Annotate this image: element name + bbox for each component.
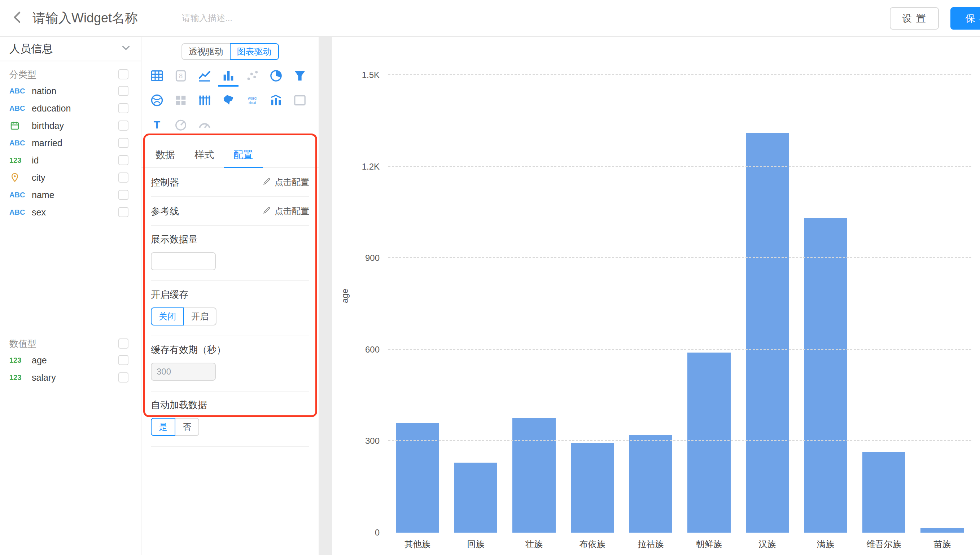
field-sex[interactable]: ABCsex [0, 204, 141, 221]
y-tick-label: 300 [365, 436, 380, 446]
field-type-badge: ABC [10, 87, 32, 95]
chevron-down-icon [120, 42, 131, 56]
chart-bar-其他族 [396, 423, 439, 533]
gridline [388, 166, 971, 167]
dataset-name: 人员信息 [10, 42, 53, 56]
gridline [388, 349, 971, 350]
radio-否[interactable]: 否 [175, 418, 199, 436]
field-type-badge: 123 [10, 356, 32, 364]
field-id[interactable]: 123id [0, 152, 141, 169]
word-cloud-icon[interactable]: wordcloud [242, 91, 262, 111]
field-age[interactable]: 123age [0, 351, 141, 369]
radio-关闭[interactable]: 关闭 [151, 308, 184, 326]
radio-是[interactable]: 是 [151, 418, 175, 436]
x-axis-label: 布依族 [563, 538, 622, 550]
gridline [388, 440, 971, 441]
x-axis-label: 其他族 [388, 538, 447, 550]
mode-图表驱动[interactable]: 图表驱动 [230, 43, 279, 60]
line-chart-icon[interactable] [194, 66, 215, 87]
tab-样式[interactable]: 样式 [185, 143, 224, 168]
radio-开启[interactable]: 开启 [183, 308, 216, 326]
dataset-selector[interactable]: 人员信息 [0, 37, 141, 61]
field-type-badge: ABC [10, 104, 32, 112]
field-type-badge: ABC [10, 139, 32, 147]
reference-line-configure-link[interactable]: 点击配置 [262, 205, 309, 217]
field-name: birthday [32, 120, 64, 131]
field-checkbox[interactable] [118, 86, 128, 96]
field-checkbox[interactable] [118, 103, 128, 113]
bar-band [563, 75, 622, 533]
field-section-0: 分类型ABCnationABCeducationbirthdayABCmarri… [0, 66, 141, 221]
field-nation[interactable]: ABCnation [0, 82, 141, 99]
field-married[interactable]: ABCmarried [0, 134, 141, 152]
y-tick-label: 1.2K [362, 162, 380, 172]
tab-配置[interactable]: 配置 [224, 143, 263, 168]
reference-line-row: 参考线 点击配置 [151, 197, 309, 226]
bar-band [796, 75, 855, 533]
back-button[interactable] [5, 5, 30, 30]
widget-description-input[interactable] [182, 13, 297, 23]
widget-name-input[interactable] [32, 10, 177, 26]
field-name: age [32, 355, 47, 366]
x-axis-labels: 其他族回族壮族布依族拉祜族朝鲜族汉族满族维吾尔族苗族 [388, 538, 971, 550]
waterfall-icon [171, 91, 191, 111]
builder-tabs: 数据样式配置 [141, 143, 319, 168]
field-checkbox[interactable] [118, 207, 128, 217]
field-birthday[interactable]: birthday [0, 117, 141, 134]
chart-type-grid: 8wordcloudT [141, 66, 319, 136]
text-icon[interactable]: T [147, 115, 167, 136]
cache-expire-label: 缓存有效期（秒） [151, 343, 309, 356]
field-name: city [32, 173, 45, 183]
table-icon[interactable] [147, 66, 167, 87]
chart-bar-回族 [454, 463, 498, 533]
field-checkbox[interactable] [118, 138, 128, 148]
pie-icon[interactable] [266, 66, 286, 87]
save-button[interactable]: 保 存 [950, 7, 980, 30]
svg-text:T: T [153, 119, 160, 131]
chart-bar-朝鲜族 [687, 353, 731, 533]
top-header: 设 置 保 存 [0, 0, 980, 37]
gauge-icon [171, 115, 191, 136]
field-checkbox[interactable] [118, 372, 128, 382]
cache-expire-section: 缓存有效期（秒） [151, 336, 309, 391]
mode-透视驱动[interactable]: 透视驱动 [181, 43, 231, 60]
field-salary[interactable]: 123salary [0, 369, 141, 386]
chord-icon[interactable] [147, 91, 167, 111]
dual-axis-icon[interactable] [266, 91, 286, 111]
gridline [388, 257, 971, 258]
field-name[interactable]: ABCname [0, 186, 141, 204]
builder-panel: 透视驱动图表驱动 8wordcloudT 数据样式配置 控制器 点击配置 参考线… [141, 37, 319, 555]
bar-chart-icon[interactable] [218, 66, 239, 87]
cache-section: 开启缓存 关闭开启 [151, 281, 309, 336]
chart-bar-维吾尔族 [862, 452, 906, 533]
x-axis-label: 满族 [796, 538, 855, 550]
field-name: education [32, 103, 71, 114]
field-checkbox[interactable] [118, 120, 128, 131]
field-education[interactable]: ABCeducation [0, 99, 141, 117]
field-checkbox[interactable] [118, 173, 128, 183]
y-tick-label: 600 [365, 345, 380, 355]
auto-load-label: 自动加载数据 [151, 399, 309, 411]
section-label: 数值型 [10, 338, 37, 350]
settings-button[interactable]: 设 置 [890, 7, 939, 30]
field-city[interactable]: city [0, 169, 141, 186]
cache-expire-input [151, 363, 216, 381]
bar-band [680, 75, 738, 533]
field-checkbox[interactable] [118, 190, 128, 200]
section-label-row: 数值型 [0, 335, 141, 351]
section-checkbox[interactable] [118, 338, 128, 348]
section-checkbox[interactable] [118, 69, 128, 79]
display-limit-input[interactable] [151, 252, 216, 270]
china-map-icon[interactable] [218, 91, 239, 111]
tab-数据[interactable]: 数据 [146, 143, 185, 168]
field-name: nation [32, 86, 56, 96]
field-checkbox[interactable] [118, 155, 128, 165]
controller-configure-link[interactable]: 点击配置 [262, 176, 309, 188]
y-axis-ticks: 03006009001.2K1.5K [332, 75, 380, 533]
controller-label: 控制器 [151, 176, 179, 189]
parallel-icon[interactable] [194, 91, 215, 111]
field-checkbox[interactable] [118, 355, 128, 365]
field-section-1: 数值型123age123salary [0, 335, 141, 386]
x-axis-label: 回族 [447, 538, 505, 550]
funnel-icon[interactable] [290, 66, 310, 87]
